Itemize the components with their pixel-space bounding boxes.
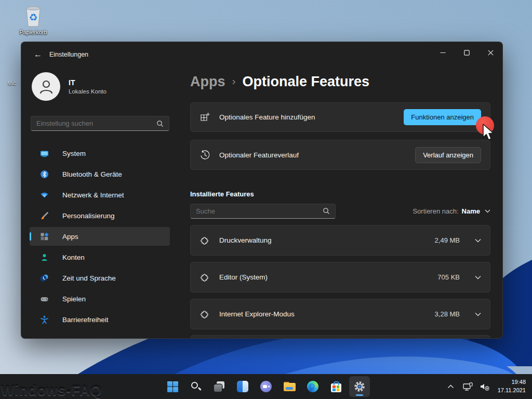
breadcrumb-chevron-icon: ›	[232, 75, 236, 87]
feature-size: 705 KB	[437, 273, 460, 281]
accounts-icon	[40, 253, 49, 262]
gaming-icon	[40, 295, 49, 303]
file-explorer-button[interactable]	[279, 376, 300, 397]
taskbar-search-button[interactable]	[185, 376, 206, 397]
accessibility-icon	[40, 315, 49, 324]
feature-name: Druckverwaltung	[219, 236, 272, 244]
back-button[interactable]: ←	[31, 47, 45, 62]
breadcrumb: Apps › Optionale Features	[190, 71, 490, 92]
add-optional-feature-card: Optionales Feature hinzufügen Funktionen…	[190, 102, 490, 132]
settings-button[interactable]	[349, 376, 370, 397]
chevron-down-icon[interactable]	[475, 312, 481, 316]
feature-row-ie-modus[interactable]: Internet Explorer-Modus 3,28 MB	[190, 299, 490, 329]
feature-row-editor[interactable]: Editor (System) 705 KB	[190, 262, 490, 292]
tray-chevron-up-icon[interactable]	[444, 379, 458, 394]
system-icon	[40, 149, 49, 158]
network-icon	[40, 191, 49, 200]
settings-icon	[353, 380, 366, 393]
mouse-cursor	[482, 124, 497, 141]
active-indicator	[30, 232, 31, 241]
show-features-button[interactable]: Funktionen anzeigen	[404, 109, 481, 125]
widgets-icon	[237, 381, 248, 392]
sidebar-item-time-language[interactable]: Zeit und Sprache	[30, 269, 170, 287]
apps-icon	[40, 232, 49, 241]
settings-window: ← Einstellungen	[21, 42, 503, 339]
sidebar-item-label: Spielen	[62, 295, 86, 303]
start-icon	[167, 381, 178, 392]
features-search-input[interactable]	[191, 207, 323, 215]
recycle-bin-glyph: ♻	[23, 4, 43, 27]
person-icon	[37, 78, 55, 96]
sidebar-item-apps[interactable]: Apps	[30, 227, 170, 246]
card-label: Optionaler Featureverlauf	[219, 151, 299, 159]
widgets-button[interactable]	[232, 376, 253, 397]
volume-muted-icon[interactable]	[478, 379, 492, 394]
minimize-button[interactable]	[431, 42, 455, 63]
chat-icon	[260, 381, 272, 392]
network-monitor-icon[interactable]	[461, 379, 475, 394]
start-button[interactable]	[162, 376, 183, 397]
running-indicator	[356, 394, 363, 396]
sidebar-item-accounts[interactable]: Konten	[30, 248, 170, 267]
puzzle-icon	[200, 309, 210, 320]
settings-search-input[interactable]	[31, 119, 156, 127]
sort-label: Sortieren nach:	[413, 207, 458, 215]
chevron-down-icon[interactable]	[475, 238, 481, 243]
file-explorer-icon	[284, 382, 296, 392]
sidebar-item-personalization[interactable]: Personalisierung	[30, 206, 170, 225]
time-language-icon	[40, 274, 49, 283]
show-history-button[interactable]: Verlauf anzeigen	[415, 147, 481, 163]
tray-clock[interactable]: 19:48 17.11.2021	[498, 378, 529, 395]
account-section[interactable]: IT Lokales Konto	[32, 72, 107, 101]
store-button[interactable]	[326, 376, 347, 397]
sidebar-item-network[interactable]: Netzwerk & Internet	[30, 185, 170, 204]
sidebar-item-bluetooth[interactable]: Bluetooth & Geräte	[30, 165, 170, 183]
add-feature-icon	[200, 112, 210, 123]
task-view-icon	[214, 381, 225, 392]
sidebar-item-label: Barrierefreiheit	[62, 316, 109, 324]
task-view-button[interactable]	[209, 376, 230, 397]
features-search-box[interactable]	[190, 204, 336, 219]
sidebar-item-label: Personalisierung	[62, 212, 115, 220]
window-title: Einstellungen	[49, 51, 88, 58]
store-icon	[331, 383, 341, 392]
sort-value: Name	[462, 207, 480, 215]
page-title: Optionale Features	[243, 74, 370, 90]
feature-row-druckverwaltung[interactable]: Druckverwaltung 2,49 MB	[190, 225, 490, 256]
feature-history-card: Optionaler Featureverlauf Verlauf anzeig…	[190, 140, 490, 170]
sort-control[interactable]: Sortieren nach: Name	[413, 207, 490, 215]
breadcrumb-parent[interactable]: Apps	[190, 74, 225, 90]
sidebar-nav: System Bluetooth & Geräte Netzwerk & Int…	[30, 144, 170, 331]
settings-search-box[interactable]	[31, 116, 169, 131]
svg-text:♻: ♻	[29, 12, 37, 23]
sidebar-item-label: Apps	[62, 233, 78, 241]
puzzle-icon	[200, 235, 210, 246]
sidebar-item-accessibility[interactable]: Barrierefreiheit	[30, 310, 170, 329]
search-icon	[156, 120, 164, 127]
installed-features-heading: Installierte Features	[190, 190, 490, 198]
feature-row-partial[interactable]	[190, 335, 490, 339]
edge-icon	[307, 381, 318, 392]
sidebar-item-label: Konten	[62, 254, 85, 261]
desktop: ♻ Papierkorb Mic ← Einstellungen	[0, 0, 532, 399]
close-button[interactable]	[478, 42, 502, 63]
chevron-down-icon[interactable]	[475, 275, 481, 280]
edge-button[interactable]	[302, 376, 323, 397]
avatar	[32, 72, 60, 101]
feature-size: 3,28 MB	[435, 310, 460, 318]
maximize-button[interactable]	[455, 42, 478, 63]
sidebar-item-label: System	[62, 150, 86, 157]
titlebar: ← Einstellungen	[21, 42, 502, 67]
chat-button[interactable]	[256, 376, 276, 397]
puzzle-icon	[200, 272, 210, 283]
sidebar-item-system[interactable]: System	[30, 144, 170, 163]
sidebar: IT Lokales Konto System Bluetooth	[21, 67, 190, 339]
sidebar-item-gaming[interactable]: Spielen	[30, 289, 170, 308]
recycle-bin-label: Papierkorb	[15, 29, 52, 35]
watermark: Windows-FAQ	[1, 383, 102, 399]
sidebar-item-label: Netzwerk & Internet	[62, 191, 124, 199]
search-icon	[323, 207, 330, 215]
chevron-down-icon	[485, 209, 490, 213]
recycle-bin-icon[interactable]: ♻ Papierkorb	[15, 4, 52, 35]
tray-date: 17.11.2021	[498, 387, 526, 395]
